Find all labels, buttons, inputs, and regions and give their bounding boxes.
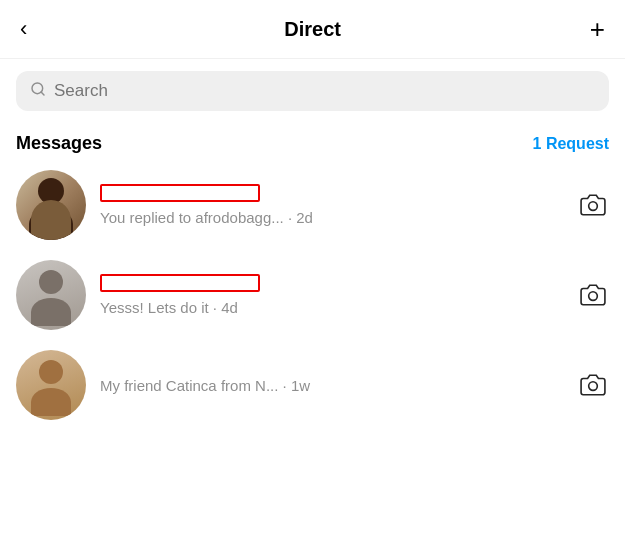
search-bar <box>16 71 609 111</box>
list-item[interactable]: Yesss! Lets do it · 4d <box>0 250 625 340</box>
camera-button[interactable] <box>577 189 609 221</box>
back-button[interactable]: ‹ <box>20 14 35 44</box>
avatar <box>16 170 86 240</box>
svg-point-4 <box>589 382 598 391</box>
compose-button[interactable]: + <box>590 16 605 42</box>
message-list: You replied to afrodobagg... · 2d Yesss!… <box>0 160 625 424</box>
message-content: Yesss! Lets do it · 4d <box>100 274 567 316</box>
message-preview: My friend Catinca from N... · 1w <box>100 377 440 394</box>
camera-button[interactable] <box>577 279 609 311</box>
username-row <box>100 184 567 206</box>
page-title: Direct <box>284 18 341 41</box>
message-content: My friend Catinca from N... · 1w <box>100 377 567 394</box>
search-input[interactable] <box>54 81 595 101</box>
search-icon <box>30 81 46 101</box>
svg-line-1 <box>41 92 44 95</box>
header: ‹ Direct + <box>0 0 625 59</box>
request-link[interactable]: 1 Request <box>533 135 609 153</box>
username-redbox <box>100 184 260 202</box>
list-item[interactable]: You replied to afrodobagg... · 2d <box>0 160 625 250</box>
message-preview: You replied to afrodobagg... · 2d <box>100 209 440 226</box>
messages-label: Messages <box>16 133 102 154</box>
username-redbox <box>100 274 260 292</box>
username-row <box>100 274 567 296</box>
svg-point-2 <box>589 202 598 211</box>
message-preview: Yesss! Lets do it · 4d <box>100 299 440 316</box>
message-content: You replied to afrodobagg... · 2d <box>100 184 567 226</box>
avatar <box>16 260 86 330</box>
messages-header: Messages 1 Request <box>0 123 625 160</box>
camera-button[interactable] <box>577 369 609 401</box>
list-item[interactable]: My friend Catinca from N... · 1w <box>0 340 625 424</box>
avatar <box>16 350 86 420</box>
svg-point-3 <box>589 292 598 301</box>
